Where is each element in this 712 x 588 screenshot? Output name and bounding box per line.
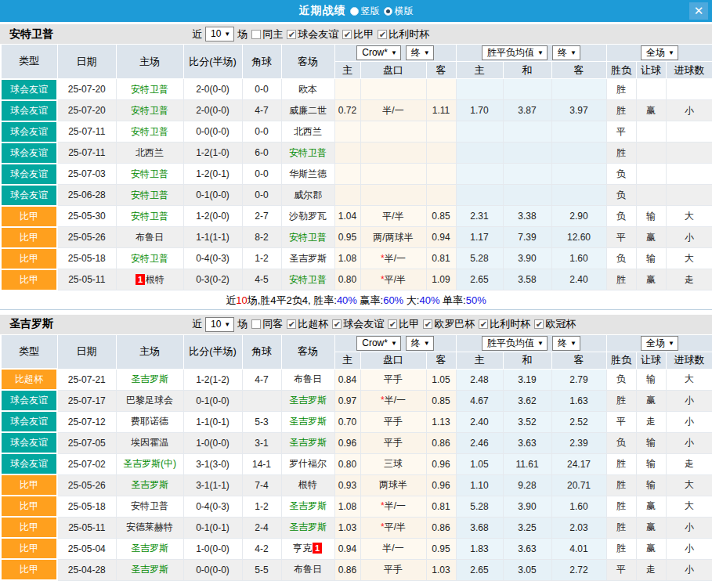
scope-dropdown[interactable]: 全场▼ xyxy=(641,336,678,351)
avg-type-dropdown[interactable]: 胜平负均值▼ xyxy=(482,45,548,60)
home-team-cell: 安特卫普 xyxy=(116,496,183,517)
odds-away-cell xyxy=(426,79,456,100)
score-cell: 1-2(1-0) xyxy=(183,142,242,164)
summary-stats: 近10场,胜4平2负4, 胜率:40% 赢率:60% 大:40% 单率:50% xyxy=(0,291,712,310)
col-header: 客场 xyxy=(281,334,334,369)
avg-draw-cell: 3.63 xyxy=(503,432,551,453)
odds-source-dropdown[interactable]: Crow*▼ xyxy=(356,45,401,60)
chevron-down-icon: ▼ xyxy=(570,340,576,347)
odds-away-cell: 1.05 xyxy=(426,369,456,390)
handicap-cell xyxy=(360,142,426,164)
score-cell: 0-0(0-0) xyxy=(183,559,242,580)
handicap-cell: *半/一 xyxy=(360,496,426,517)
handicap-line: 三球 xyxy=(384,458,403,469)
odds-source-dropdown[interactable]: Crow*▼ xyxy=(356,336,401,351)
team-name: 北西兰 xyxy=(294,126,322,137)
league-filter-checkbox[interactable]: ✔ xyxy=(342,30,352,39)
avg-draw-cell: 3.25 xyxy=(503,517,551,538)
league-filter-checkbox[interactable]: ✔ xyxy=(388,319,397,329)
chevron-down-icon: ▼ xyxy=(668,49,674,56)
league-filter-checkbox[interactable]: ✔ xyxy=(332,319,342,329)
team-name: 圣吉罗斯 xyxy=(289,416,327,427)
summary-part: 赢率: xyxy=(357,294,383,306)
rank-badge: 1 xyxy=(136,274,145,285)
table-row: 球会友谊25-07-11安特卫普0-0(0-0)0-0北西兰平 xyxy=(1,121,712,142)
avg-type-dropdown[interactable]: 胜平负均值▼ xyxy=(482,336,548,351)
odds-away-cell: 0.85 xyxy=(426,390,456,411)
avg-period-dropdown[interactable]: 终▼ xyxy=(552,45,580,60)
avg-away-cell: 3.97 xyxy=(551,100,606,121)
match-count-select[interactable]: 10▼ xyxy=(205,27,234,41)
corner-cell: 4-2 xyxy=(242,538,281,559)
avg-draw-cell: 3.05 xyxy=(503,559,551,580)
handicap-cell: 两/两球半 xyxy=(360,227,426,248)
team-name: 圣吉罗斯 xyxy=(289,521,327,532)
handicap-cell: 平手 xyxy=(360,411,426,432)
handicap-line: 半/一 xyxy=(385,395,406,406)
odds-home-cell xyxy=(334,142,360,164)
team-name: 圣吉罗斯 xyxy=(289,253,327,264)
league-filter-checkbox[interactable]: ✔ xyxy=(287,319,296,329)
col-header: 角球 xyxy=(242,45,281,79)
avg-away-cell: 1.60 xyxy=(551,496,606,517)
dropdown-value: 胜平负均值 xyxy=(487,47,534,58)
team-name: 安特卫普 xyxy=(131,253,168,264)
radio-icon[interactable] xyxy=(384,7,392,16)
league-filter-checkbox[interactable]: ✔ xyxy=(534,319,544,329)
handicap-result-cell: 赢 xyxy=(636,496,666,517)
same-venue-checkbox[interactable] xyxy=(251,319,261,329)
corner-cell: 2-7 xyxy=(242,206,281,227)
radio-icon[interactable] xyxy=(350,7,359,16)
avg-draw-cell xyxy=(503,142,551,164)
table-row: 球会友谊25-07-02圣吉罗斯(中)3-1(3-0)14-1罗什福尔0.80三… xyxy=(1,453,712,474)
scope-dropdown[interactable]: 全场▼ xyxy=(641,45,678,60)
match-count-select[interactable]: 10▼ xyxy=(205,317,234,332)
league-filter-label: 比利时杯 xyxy=(490,317,530,331)
away-team-cell: 欧本 xyxy=(281,79,334,100)
avg-home-cell xyxy=(456,164,503,185)
same-venue-checkbox[interactable] xyxy=(251,30,261,39)
avg-away-cell: 2.03 xyxy=(551,517,606,538)
odds-away-cell xyxy=(426,142,456,164)
league-filter-checkbox[interactable]: ✔ xyxy=(287,30,296,39)
close-button[interactable]: ✕ xyxy=(689,2,708,20)
sub-col-header: 让球 xyxy=(636,62,666,79)
corner-cell: 7-4 xyxy=(242,474,281,496)
avg-period-dropdown[interactable]: 终▼ xyxy=(552,336,580,351)
layout-option-vertical[interactable]: 竖版 xyxy=(350,5,380,18)
score-cell: 1-2(1-2) xyxy=(183,369,242,390)
league-filter-checkbox[interactable]: ✔ xyxy=(423,319,432,329)
goals-result-cell: 小 xyxy=(666,559,712,580)
handicap-cell: *半/一 xyxy=(360,248,426,269)
away-team-cell: 亨克1 xyxy=(281,538,334,559)
away-team-cell: 圣吉罗斯 xyxy=(281,517,334,538)
league-cell: 比甲 xyxy=(1,248,57,269)
dropdown-value: 全场 xyxy=(646,47,665,58)
handicap-result-cell: 赢 xyxy=(636,100,666,121)
avg-home-cell: 1.70 xyxy=(456,100,503,121)
league-cell: 球会友谊 xyxy=(1,432,57,453)
league-filter-checkbox[interactable]: ✔ xyxy=(378,30,387,39)
result-cell: 胜 xyxy=(606,390,636,411)
corner-cell: 4-7 xyxy=(242,100,281,121)
date-cell: 25-07-05 xyxy=(57,432,116,453)
corner-cell: 5-5 xyxy=(242,559,281,580)
chevron-down-icon: ▼ xyxy=(391,49,397,56)
league-cell: 比甲 xyxy=(1,474,57,496)
avg-home-cell: 2.46 xyxy=(456,432,503,453)
sub-col-header: 主 xyxy=(334,62,360,79)
table-row: 比甲25-05-04圣吉罗斯1-0(0-0)4-2亨克10.94半/一0.951… xyxy=(1,538,712,559)
team-name: 安特卫普 xyxy=(131,105,168,116)
away-team-cell: 威尔郡 xyxy=(281,185,334,206)
odds-home-cell: 0.70 xyxy=(334,411,360,432)
away-team-cell: 安特卫普 xyxy=(281,142,334,164)
odds-period-dropdown[interactable]: 终▼ xyxy=(406,45,434,60)
score-cell: 3-1(3-0) xyxy=(183,453,242,474)
league-filter-checkbox[interactable]: ✔ xyxy=(479,319,488,329)
layout-option-horizontal[interactable]: 横版 xyxy=(384,5,414,18)
odds-period-dropdown[interactable]: 终▼ xyxy=(406,336,434,351)
handicap-cell: 平/半 xyxy=(360,206,426,227)
odds-home-cell: 0.95 xyxy=(334,227,360,248)
handicap-result-cell: 赢 xyxy=(636,517,666,538)
corner-cell: 3-1 xyxy=(242,432,281,453)
